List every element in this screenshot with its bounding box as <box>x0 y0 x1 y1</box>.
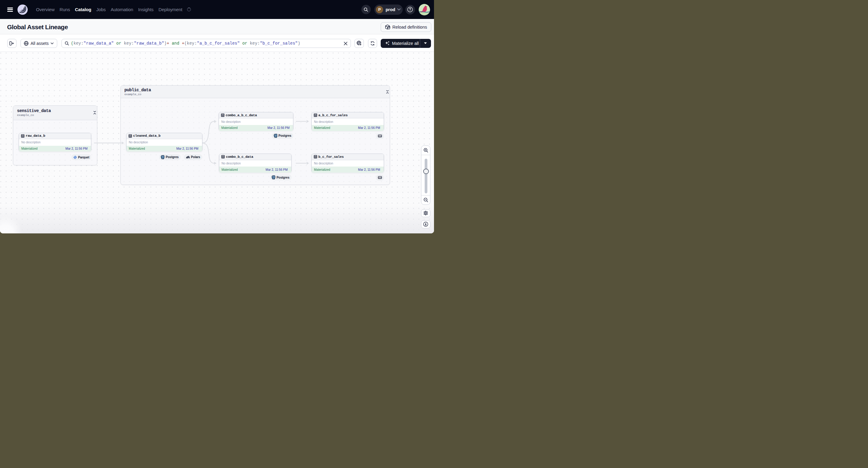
svg-text:CSV: CSV <box>378 177 381 179</box>
svg-text:CSV: CSV <box>378 135 381 137</box>
